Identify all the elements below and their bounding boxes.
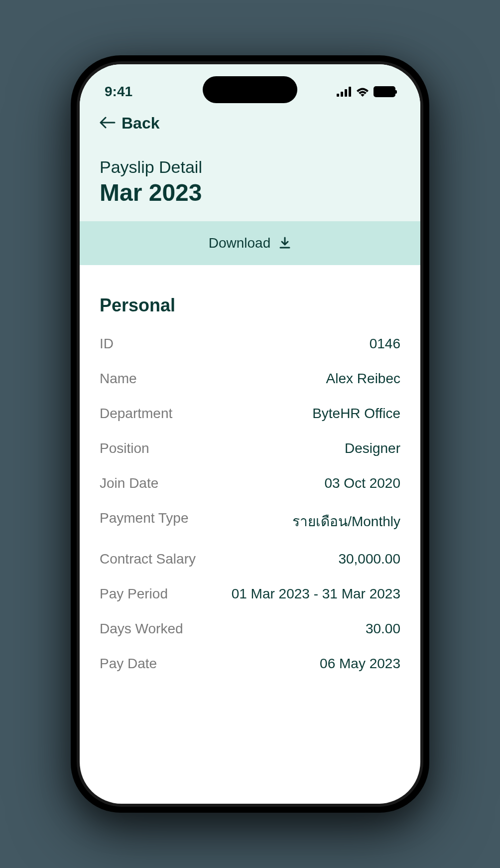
cellular-signal-icon: [337, 87, 352, 97]
detail-value: รายเดือน/Monthly: [292, 510, 400, 532]
phone-frame-inner: 9:41: [77, 61, 423, 807]
svg-rect-1: [341, 92, 343, 97]
detail-value: 0146: [370, 336, 400, 352]
svg-rect-0: [337, 94, 339, 97]
detail-row-payment-type: Payment Type รายเดือน/Monthly: [100, 510, 400, 532]
detail-label: Name: [100, 371, 137, 387]
status-time: 9:41: [105, 84, 132, 100]
detail-value: Alex Reibec: [326, 371, 400, 387]
detail-row-days-worked: Days Worked 30.00: [100, 621, 400, 637]
detail-row-pay-period: Pay Period 01 Mar 2023 - 31 Mar 2023: [100, 586, 400, 602]
download-button[interactable]: Download: [80, 221, 420, 265]
battery-icon: [374, 86, 395, 97]
svg-rect-2: [345, 89, 347, 97]
arrow-left-icon: [100, 114, 116, 133]
detail-value: 03 Oct 2020: [324, 475, 400, 491]
section-title-personal: Personal: [100, 295, 400, 316]
page-title: Mar 2023: [100, 179, 400, 206]
status-icons: [337, 86, 395, 97]
dynamic-island: [203, 76, 297, 103]
detail-label: Payment Type: [100, 510, 188, 526]
detail-label: Department: [100, 406, 172, 422]
svg-rect-3: [349, 87, 351, 97]
detail-label: Join Date: [100, 475, 158, 491]
content-section: Personal ID 0146 Name Alex Reibec Depart…: [80, 265, 420, 721]
detail-label: Contract Salary: [100, 551, 196, 567]
detail-value: ByteHR Office: [312, 406, 400, 422]
download-icon: [278, 237, 291, 250]
download-label: Download: [209, 235, 271, 251]
back-label: Back: [122, 114, 160, 133]
detail-row-pay-date: Pay Date 06 May 2023: [100, 656, 400, 672]
detail-value: 01 Mar 2023 - 31 Mar 2023: [232, 586, 400, 602]
detail-label: Pay Period: [100, 586, 168, 602]
detail-row-department: Department ByteHR Office: [100, 406, 400, 422]
detail-row-join-date: Join Date 03 Oct 2020: [100, 475, 400, 491]
detail-value: 30,000.00: [338, 551, 400, 567]
detail-row-id: ID 0146: [100, 336, 400, 352]
phone-screen: 9:41: [80, 64, 420, 804]
detail-label: ID: [100, 336, 114, 352]
detail-row-contract-salary: Contract Salary 30,000.00: [100, 551, 400, 567]
page-subtitle: Payslip Detail: [100, 157, 400, 177]
detail-row-position: Position Designer: [100, 440, 400, 456]
detail-label: Position: [100, 440, 149, 456]
wifi-icon: [356, 87, 370, 97]
detail-value: Designer: [345, 440, 400, 456]
header-section: Back Payslip Detail Mar 2023: [80, 109, 420, 221]
phone-frame: 9:41: [71, 55, 429, 813]
detail-value: 06 May 2023: [320, 656, 400, 672]
detail-value: 30.00: [366, 621, 400, 637]
detail-label: Days Worked: [100, 621, 183, 637]
back-button[interactable]: Back: [100, 114, 400, 133]
detail-label: Pay Date: [100, 656, 157, 672]
detail-row-name: Name Alex Reibec: [100, 371, 400, 387]
